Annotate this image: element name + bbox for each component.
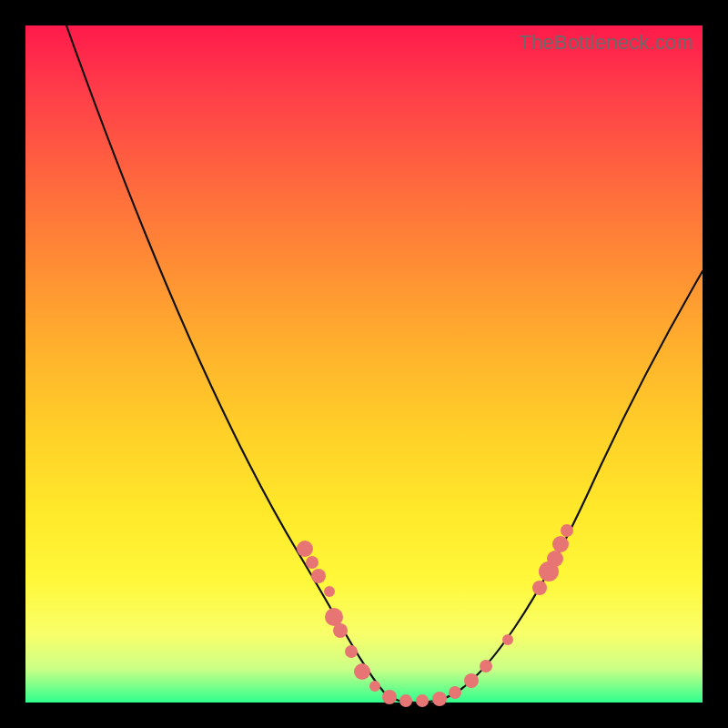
highlight-dot <box>297 541 313 557</box>
highlight-dot <box>416 694 429 707</box>
highlight-dot <box>502 634 513 645</box>
highlight-dot <box>432 692 447 706</box>
bottleneck-curve <box>66 25 703 703</box>
highlight-dot <box>324 586 335 597</box>
chart-svg <box>25 25 703 703</box>
highlight-dot <box>552 536 569 552</box>
highlight-dot <box>369 681 380 692</box>
highlight-dot <box>547 551 563 567</box>
chart-frame: TheBottleneck.com <box>0 0 728 728</box>
highlight-dot <box>480 660 492 672</box>
highlight-dot <box>464 673 479 688</box>
highlight-dot <box>306 556 318 569</box>
highlight-dot <box>311 569 326 583</box>
highlight-dot <box>561 524 573 537</box>
highlight-dot <box>354 663 370 680</box>
highlight-dot <box>333 623 348 638</box>
highlight-dot <box>399 694 412 707</box>
highlight-dot <box>449 686 461 699</box>
highlight-dot <box>382 690 397 704</box>
highlight-dots-group <box>297 524 573 707</box>
plot-area: TheBottleneck.com <box>25 25 703 703</box>
highlight-dot <box>345 645 358 658</box>
highlight-dot <box>532 581 547 595</box>
